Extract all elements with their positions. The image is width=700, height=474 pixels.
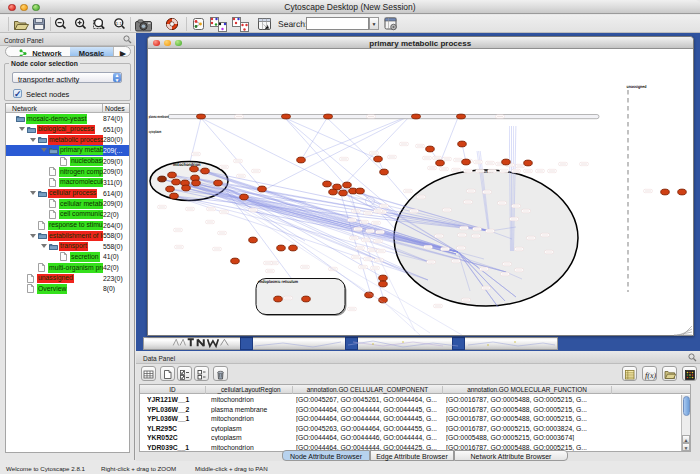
svg-text:Search:: Search:: [278, 19, 307, 29]
svg-text:mitochondrion: mitochondrion: [173, 162, 201, 167]
svg-text:plasma membrane: plasma membrane: [149, 114, 169, 119]
svg-text:cytoplasm: cytoplasm: [149, 129, 162, 134]
svg-text:unassigned: unassigned: [627, 84, 647, 89]
svg-text:1:1: 1:1: [116, 21, 123, 26]
svg-text:endoplasmic reticulum: endoplasmic reticulum: [258, 279, 298, 284]
svg-text:f(x): f(x): [645, 371, 656, 380]
